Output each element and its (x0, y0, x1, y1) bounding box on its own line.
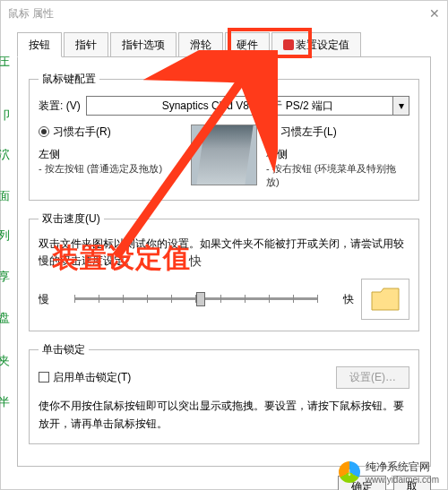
right-side-title: 右侧 (266, 147, 409, 162)
doubleclick-slider[interactable]: 慢 快 (39, 285, 354, 314)
doubleclick-test-folder-icon[interactable] (361, 279, 409, 320)
checkbox-label: 启用单击锁定(T) (53, 371, 131, 383)
tab-label: 指针 (75, 39, 97, 51)
tab-label: 硬件 (237, 39, 258, 51)
left-side-desc: - 按左按钮 (普通选定及拖放) (39, 162, 182, 176)
checkbox-enable-clicklock[interactable]: 启用单击锁定(T) (39, 370, 131, 385)
group-mouse-button-config: 鼠标键配置 装置: (V) Synaptics Cli d V8.1 位于 PS… (29, 72, 419, 201)
watermark-logo-icon (339, 461, 360, 483)
radio-label: 习惯左手(L) (280, 125, 337, 138)
watermark-url: www.yidaimei.com (366, 475, 439, 485)
clicklock-desc: 使你不用按住鼠标按钮即可以突出显示或拖拽。要设置，请按下鼠标按钮。要放开，请再单… (39, 398, 409, 432)
close-icon[interactable]: ✕ (429, 6, 440, 21)
tab-label: 指针选项 (122, 39, 165, 51)
tab-label: 装置设定值 (296, 39, 349, 51)
left-side-title: 左侧 (39, 147, 182, 162)
radio-right-handed[interactable]: 习惯右手(R) (39, 125, 182, 140)
chevron-down-icon[interactable]: ▾ (392, 97, 409, 115)
tab-device-settings[interactable]: 装置设定值 (271, 32, 361, 57)
watermark: 纯净系统官网 www.yidaimei.com (339, 460, 439, 485)
device-value: Synaptics Cli d V8.1 位于 PS/2 端口 (162, 99, 333, 112)
slider-thumb[interactable] (196, 292, 205, 306)
checkbox-icon (39, 372, 49, 383)
tab-buttons[interactable]: 按钮 (17, 32, 62, 57)
slider-fast-label: 快 (343, 292, 354, 307)
doubleclick-desc: 双击文件夹图标以测试你的设置。如果文件夹不能被打开或关闭，请尝试用较慢的双击速度… (39, 236, 409, 270)
tab-pointer[interactable]: 指针 (64, 32, 108, 57)
right-side-desc: - 按右按钮 (环境菜单及特别拖放) (266, 162, 409, 189)
group-legend: 单击锁定 (39, 342, 89, 357)
slider-slow-label: 慢 (39, 292, 49, 307)
radio-label: 习惯右手(R) (53, 125, 111, 138)
mouse-preview-image (191, 125, 257, 185)
group-legend: 双击速度(U) (39, 211, 104, 227)
group-legend: 鼠标键配置 (39, 72, 99, 87)
radio-icon (266, 126, 277, 137)
device-select[interactable]: Synaptics Cli d V8.1 位于 PS/2 端口 ▾ (86, 96, 409, 116)
tab-strip: 按钮 指针 指针选项 滑轮 硬件 装置设定值 (1, 31, 447, 56)
radio-icon (39, 126, 49, 137)
synaptics-icon (283, 39, 294, 50)
group-doubleclick-speed: 双击速度(U) 双击文件夹图标以测试你的设置。如果文件夹不能被打开或关闭，请尝试… (29, 211, 419, 331)
watermark-brand: 纯净系统官网 (366, 460, 430, 473)
window-title: 鼠标 属性 (8, 6, 54, 21)
tab-wheel[interactable]: 滑轮 (178, 32, 223, 57)
radio-left-handed[interactable]: 习惯左手(L) (266, 125, 409, 140)
device-label: 装置: (V) (39, 99, 81, 114)
tab-hardware[interactable]: 硬件 (225, 32, 270, 57)
tab-label: 滑轮 (190, 39, 211, 51)
tab-pointer-options[interactable]: 指针选项 (110, 32, 177, 57)
clicklock-settings-button: 设置(E)… (336, 366, 409, 389)
group-clicklock: 单击锁定 启用单击锁定(T) 设置(E)… 使你不用按住鼠标按钮即可以突出显示或… (29, 342, 419, 443)
tab-label: 按钮 (29, 39, 50, 51)
